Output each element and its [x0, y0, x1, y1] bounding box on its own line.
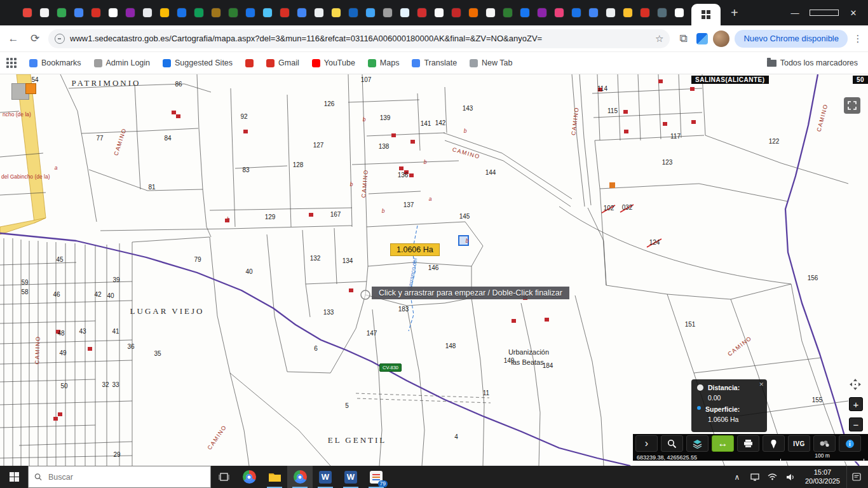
- active-tab[interactable]: [691, 4, 721, 25]
- pinned-tab[interactable]: [177, 8, 186, 17]
- zoom-out-button[interactable]: −: [849, 417, 863, 431]
- browser-menu-icon[interactable]: ⋮: [853, 33, 863, 44]
- bookmark-item[interactable]: Admin Login: [89, 56, 156, 70]
- search-input[interactable]: [47, 472, 205, 482]
- surface-value: 1.0606 Ha: [708, 416, 761, 424]
- pinned-tab[interactable]: [589, 8, 598, 17]
- pinned-tab[interactable]: [126, 8, 135, 17]
- pinned-tab[interactable]: [349, 8, 358, 17]
- location-pin-button[interactable]: [763, 435, 785, 452]
- pinned-tab[interactable]: [23, 8, 32, 17]
- pinned-tab[interactable]: [143, 8, 152, 17]
- road-name-label: CAMINO: [34, 336, 41, 364]
- pinned-tab[interactable]: [280, 8, 289, 17]
- parcel-number: 156: [808, 274, 818, 281]
- fullscreen-button[interactable]: [844, 97, 860, 114]
- bookmark-item[interactable]: Gmail: [261, 56, 304, 70]
- close-button[interactable]: ✕: [839, 0, 868, 25]
- pinned-tab[interactable]: [297, 8, 306, 17]
- bookmark-item[interactable]: [240, 57, 259, 70]
- pinned-tab[interactable]: [400, 8, 409, 17]
- pinned-tab[interactable]: [486, 8, 495, 17]
- pinned-tab[interactable]: [469, 8, 478, 17]
- taskbar-app-explorer[interactable]: [262, 466, 287, 488]
- tray-wifi-icon[interactable]: [764, 466, 781, 488]
- pinned-tab[interactable]: [246, 8, 255, 17]
- new-tab-button[interactable]: +: [731, 6, 738, 19]
- pinned-tab[interactable]: [606, 8, 615, 17]
- pinned-tab[interactable]: [675, 8, 684, 17]
- taskbar-search[interactable]: [28, 466, 211, 488]
- bookmark-item[interactable]: Suggested Sites: [158, 56, 238, 70]
- pinned-tab[interactable]: [383, 8, 392, 17]
- tray-volume-icon[interactable]: [782, 466, 799, 488]
- pinned-tab[interactable]: [417, 8, 426, 17]
- ivg-button[interactable]: IVG: [788, 435, 810, 452]
- all-bookmarks[interactable]: Todos los marcadores: [767, 58, 862, 67]
- pinned-tab[interactable]: [74, 8, 83, 17]
- taskbar-app-word-1[interactable]: W: [313, 466, 338, 488]
- pinned-tab[interactable]: [109, 8, 118, 17]
- pinned-tab[interactable]: [366, 8, 375, 17]
- pinned-tab[interactable]: [572, 8, 581, 17]
- cadastral-map[interactable]: PATRIMONIOLUGAR VIEJOEL GENTILUrbanizaci…: [0, 74, 868, 466]
- task-view-button[interactable]: [211, 466, 236, 488]
- pinned-tab[interactable]: [435, 8, 444, 17]
- pinned-tab[interactable]: [658, 8, 667, 17]
- pinned-tab[interactable]: [503, 8, 512, 17]
- url-text[interactable]: www1.sedecatastro.gob.es/Cartografia/map…: [70, 34, 650, 43]
- pinned-tab[interactable]: [555, 8, 564, 17]
- extension-icon[interactable]: [696, 33, 708, 44]
- zoom-in-button[interactable]: +: [849, 397, 863, 411]
- pinned-tab[interactable]: [332, 8, 341, 17]
- tray-display-icon[interactable]: [747, 466, 763, 488]
- taskbar-app-chrome-2[interactable]: [287, 466, 313, 488]
- measure-button[interactable]: ↔: [712, 435, 734, 452]
- taskbar-app-chrome-1[interactable]: [236, 466, 262, 488]
- profile-avatar[interactable]: [713, 30, 729, 47]
- apps-grid-icon[interactable]: [6, 58, 17, 68]
- back-button[interactable]: ←: [5, 30, 22, 47]
- bookmark-item[interactable]: Bookmarks: [24, 56, 86, 70]
- pan-button[interactable]: [848, 377, 863, 392]
- start-button[interactable]: [0, 466, 28, 488]
- layers-button[interactable]: [686, 435, 709, 452]
- streetview-button[interactable]: [813, 435, 836, 452]
- side-panel-icon[interactable]: ⧉: [675, 30, 691, 47]
- pinned-tab[interactable]: [57, 8, 66, 17]
- bookmark-star-icon[interactable]: ☆: [655, 33, 663, 44]
- pinned-tab[interactable]: [212, 8, 220, 17]
- action-center-button[interactable]: [846, 466, 865, 488]
- zoom-window-button[interactable]: [661, 435, 683, 452]
- bookmark-item[interactable]: Translate: [407, 56, 462, 70]
- pinned-tab[interactable]: [263, 8, 272, 17]
- pinned-tab[interactable]: [315, 8, 323, 17]
- chrome-update-button[interactable]: Nuevo Chrome disponible: [735, 30, 848, 48]
- bookmark-item[interactable]: Maps: [363, 56, 405, 70]
- pinned-tab[interactable]: [538, 8, 546, 17]
- print-button[interactable]: [737, 435, 759, 452]
- site-info-icon[interactable]: [55, 34, 65, 44]
- info-button[interactable]: [839, 435, 861, 452]
- reload-button[interactable]: ⟳: [27, 30, 43, 47]
- maximize-button[interactable]: [810, 0, 839, 25]
- pinned-tab[interactable]: [194, 8, 203, 17]
- taskbar-clock[interactable]: 15:07 20/03/2025: [800, 468, 845, 486]
- collapse-toolbar-button[interactable]: ›: [635, 435, 658, 452]
- tray-chevron-icon[interactable]: ∧: [729, 466, 745, 488]
- pinned-tab[interactable]: [452, 8, 461, 17]
- taskbar-app-docs[interactable]: 79: [363, 466, 389, 488]
- address-bar[interactable]: www1.sedecatastro.gob.es/Cartografia/map…: [48, 29, 670, 48]
- taskbar-app-word-2[interactable]: W: [338, 466, 363, 488]
- pinned-tab[interactable]: [623, 8, 632, 17]
- pinned-tab[interactable]: [641, 8, 649, 17]
- pinned-tab[interactable]: [92, 8, 100, 17]
- pinned-tab[interactable]: [520, 8, 529, 17]
- measure-panel-close-icon[interactable]: ✕: [759, 381, 764, 388]
- minimize-button[interactable]: —: [780, 0, 810, 25]
- pinned-tab[interactable]: [160, 8, 169, 17]
- bookmark-item[interactable]: New Tab: [465, 56, 517, 70]
- pinned-tab[interactable]: [229, 8, 238, 17]
- pinned-tab[interactable]: [40, 8, 49, 17]
- bookmark-item[interactable]: YouTube: [307, 56, 360, 70]
